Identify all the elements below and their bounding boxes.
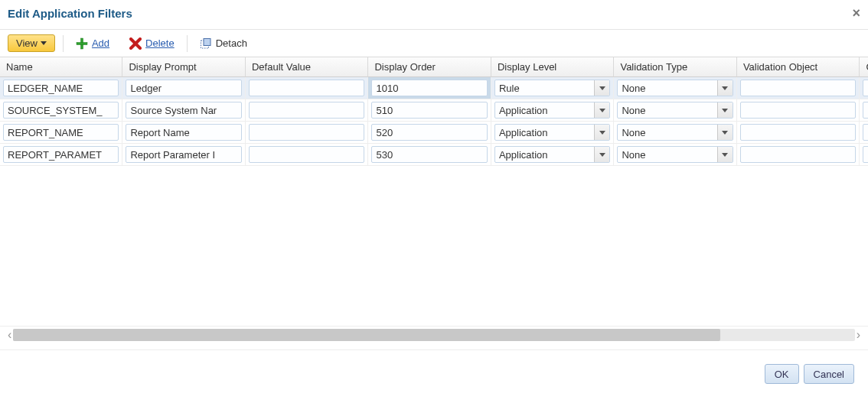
validation_type-select[interactable]: None [617, 146, 733, 163]
delete-x-icon [129, 37, 142, 50]
condition-input[interactable] [863, 102, 868, 119]
display_prompt-input[interactable] [126, 80, 241, 96]
table-row[interactable]: ApplicationNone [0, 144, 868, 166]
table-row[interactable]: ApplicationNone [0, 122, 868, 144]
table-row[interactable]: RuleNone [0, 77, 868, 99]
display_level-select[interactable]: Application [494, 102, 610, 119]
grid: Name Display Prompt Default Value Displa… [0, 57, 868, 346]
table-header-row: Name Display Prompt Default Value Displa… [0, 57, 868, 77]
name-input[interactable] [3, 146, 119, 163]
name-input[interactable] [3, 102, 119, 119]
display_level-select[interactable]: Application [494, 124, 610, 141]
display_level-value: Rule [495, 80, 594, 96]
display_order-input[interactable] [371, 102, 487, 119]
toolbar: View Add Delete Detach [0, 30, 868, 57]
validation_type-select[interactable]: None [617, 80, 733, 96]
scroll-right-icon[interactable]: › [855, 328, 862, 342]
condition-input[interactable] [863, 124, 868, 141]
display_prompt-input[interactable] [126, 146, 241, 163]
detach-label: Detach [216, 37, 247, 49]
display_order-input[interactable] [371, 146, 487, 163]
col-display-order[interactable]: Display Order [368, 57, 491, 77]
chevron-down-icon[interactable] [717, 125, 733, 140]
svg-rect-1 [77, 42, 87, 44]
table-row[interactable]: ApplicationNone [0, 99, 868, 122]
delete-label: Delete [145, 37, 175, 49]
ok-button[interactable]: OK [765, 364, 799, 384]
scroll-thumb[interactable] [13, 329, 720, 341]
condition-input[interactable] [863, 80, 868, 96]
view-menu-button[interactable]: View [8, 34, 55, 52]
chevron-down-icon[interactable] [594, 125, 609, 140]
delete-button[interactable]: Delete [125, 36, 179, 51]
cancel-button[interactable]: Cancel [804, 364, 854, 384]
add-button[interactable]: Add [71, 36, 114, 51]
grid-empty-space [0, 166, 868, 327]
display_order-input[interactable] [371, 80, 487, 96]
default_value-input[interactable] [249, 124, 364, 141]
add-label: Add [92, 37, 109, 49]
validation_object-input[interactable] [740, 102, 856, 119]
chevron-down-icon[interactable] [717, 80, 733, 96]
col-validation-type[interactable]: Validation Type [614, 57, 736, 77]
validation_type-select[interactable]: None [617, 124, 733, 141]
svg-rect-5 [204, 38, 210, 45]
col-display-prompt[interactable]: Display Prompt [122, 57, 245, 77]
validation_type-value: None [618, 147, 716, 162]
scroll-track[interactable] [13, 329, 854, 341]
validation_type-value: None [618, 125, 716, 140]
chevron-down-icon[interactable] [594, 80, 609, 96]
display_level-select[interactable]: Rule [494, 80, 610, 96]
validation_object-input[interactable] [740, 146, 856, 163]
chevron-down-icon[interactable] [594, 147, 609, 162]
col-validation-object[interactable]: Validation Object [737, 57, 860, 77]
view-menu-label: View [16, 37, 38, 49]
toolbar-separator [63, 35, 64, 52]
display_level-value: Application [495, 125, 594, 140]
col-display-level[interactable]: Display Level [491, 57, 614, 77]
name-input[interactable] [3, 124, 119, 141]
chevron-down-icon[interactable] [594, 102, 609, 118]
name-input[interactable] [3, 80, 119, 96]
display_level-select[interactable]: Application [494, 146, 610, 163]
validation_object-input[interactable] [740, 124, 856, 141]
col-name[interactable]: Name [0, 57, 122, 77]
chevron-down-icon[interactable] [717, 147, 733, 162]
toolbar-separator [187, 35, 188, 52]
dialog-title: Edit Application Filters [8, 7, 132, 20]
dialog-button-row: OK Cancel [0, 349, 868, 392]
condition-input[interactable] [863, 146, 868, 163]
close-icon[interactable]: × [852, 6, 860, 20]
display_order-input[interactable] [371, 124, 487, 141]
scroll-left-icon[interactable]: ‹ [6, 328, 13, 342]
validation_type-value: None [618, 102, 716, 118]
validation_object-input[interactable] [740, 80, 856, 96]
validation_type-value: None [618, 80, 716, 96]
chevron-down-icon [41, 41, 47, 45]
default_value-input[interactable] [249, 146, 364, 163]
col-condition[interactable]: Co [860, 57, 868, 77]
default_value-input[interactable] [249, 80, 364, 96]
display_level-value: Application [495, 147, 594, 162]
detach-icon [200, 37, 212, 50]
display_level-value: Application [495, 102, 594, 118]
horizontal-scrollbar[interactable]: ‹ › [0, 327, 868, 346]
col-default-value[interactable]: Default Value [246, 57, 368, 77]
validation_type-select[interactable]: None [617, 102, 733, 119]
display_prompt-input[interactable] [126, 124, 241, 141]
chevron-down-icon[interactable] [717, 102, 733, 118]
plus-icon [76, 37, 88, 50]
default_value-input[interactable] [249, 102, 364, 119]
dialog-title-bar: Edit Application Filters × [0, 0, 868, 30]
detach-button[interactable]: Detach [195, 36, 252, 51]
display_prompt-input[interactable] [126, 102, 241, 119]
